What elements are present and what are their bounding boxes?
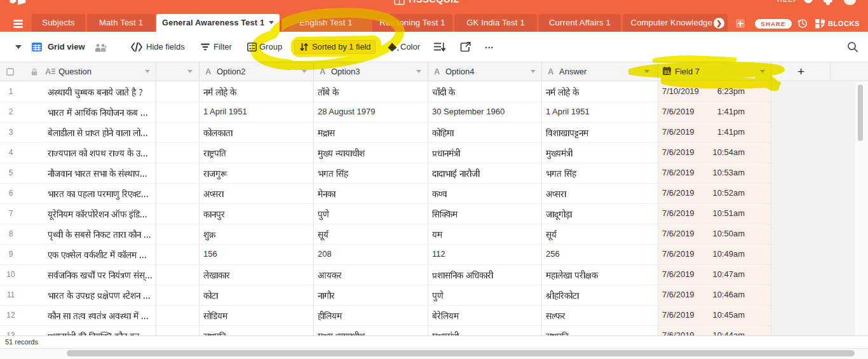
svg-text:A: A	[45, 67, 51, 76]
